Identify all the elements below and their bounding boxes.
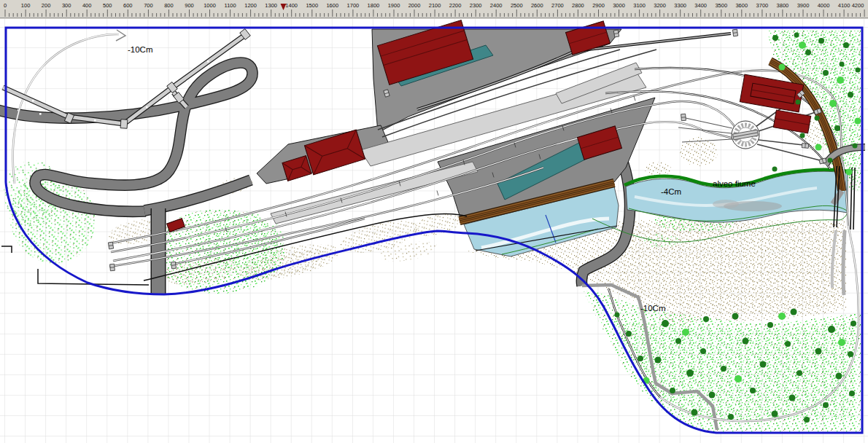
svg-text:900: 900 — [185, 2, 194, 9]
svg-text:100: 100 — [21, 2, 31, 9]
svg-text:3600: 3600 — [735, 2, 748, 9]
river-name-label: alveo fiume — [713, 179, 756, 188]
svg-text:1800: 1800 — [368, 2, 380, 9]
svg-text:1700: 1700 — [347, 2, 360, 9]
svg-text:300: 300 — [62, 2, 71, 9]
track-plan-app: -10Cm -4Cm alveo fiume -10Cm 01002003004… — [0, 0, 868, 443]
svg-text:2900: 2900 — [592, 2, 605, 9]
svg-text:4200: 4200 — [852, 2, 864, 9]
elevation-label-bottom: -10Cm — [640, 304, 666, 313]
svg-text:4100: 4100 — [838, 2, 850, 9]
svg-text:3700: 3700 — [756, 2, 769, 9]
svg-text:2000: 2000 — [408, 2, 421, 9]
svg-text:1200: 1200 — [244, 2, 257, 9]
svg-text:2400: 2400 — [490, 2, 503, 9]
svg-text:2100: 2100 — [429, 2, 441, 9]
svg-text:3400: 3400 — [694, 2, 707, 9]
svg-text:700: 700 — [144, 2, 153, 9]
svg-text:2200: 2200 — [449, 2, 462, 9]
svg-text:500: 500 — [103, 2, 112, 9]
svg-text:400: 400 — [82, 2, 92, 9]
svg-text:3300: 3300 — [674, 2, 686, 9]
svg-text:2500: 2500 — [511, 2, 523, 9]
svg-text:3000: 3000 — [613, 2, 625, 9]
svg-text:1300: 1300 — [265, 2, 277, 9]
svg-text:1500: 1500 — [306, 2, 318, 9]
svg-text:3900: 3900 — [797, 2, 810, 9]
svg-text:2800: 2800 — [572, 2, 584, 9]
layout-canvas[interactable]: -10Cm -4Cm alveo fiume -10Cm 01002003004… — [0, 0, 868, 443]
turntable — [732, 121, 759, 149]
svg-text:3500: 3500 — [715, 2, 727, 9]
svg-text:2600: 2600 — [531, 2, 543, 9]
svg-text:1600: 1600 — [326, 2, 338, 9]
ruler[interactable]: 0100200300400500600700800900100011001200… — [0, 0, 868, 19]
svg-text:2300: 2300 — [470, 2, 482, 9]
river-depth-label: -4Cm — [661, 187, 681, 196]
svg-text:600: 600 — [123, 2, 133, 9]
svg-text:1900: 1900 — [388, 2, 400, 9]
svg-text:3800: 3800 — [777, 2, 789, 9]
svg-text:0: 0 — [4, 2, 7, 9]
svg-text:800: 800 — [164, 2, 174, 9]
svg-text:1000: 1000 — [204, 2, 216, 9]
svg-text:3200: 3200 — [654, 2, 666, 9]
svg-text:1400: 1400 — [285, 2, 298, 9]
svg-text:1100: 1100 — [225, 2, 236, 9]
svg-text:3100: 3100 — [633, 2, 646, 9]
elevation-label-top-left: -10Cm — [128, 45, 153, 54]
svg-text:200: 200 — [42, 2, 51, 9]
svg-text:2700: 2700 — [551, 2, 564, 9]
svg-text:4000: 4000 — [818, 2, 830, 9]
